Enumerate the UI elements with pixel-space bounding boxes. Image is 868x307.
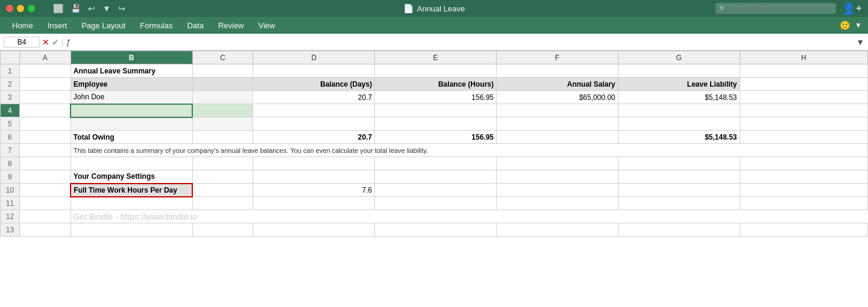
cell-b13[interactable] — [71, 223, 192, 237]
menu-formulas[interactable]: Formulas — [134, 19, 178, 32]
cell-e6[interactable]: 156.95 — [375, 131, 497, 144]
cell-h5[interactable] — [740, 117, 867, 131]
col-header-d[interactable]: D — [253, 51, 375, 64]
menu-page-layout[interactable]: Page Layout — [75, 19, 131, 32]
cell-e3[interactable]: 156.95 — [375, 91, 497, 104]
cell-g4[interactable] — [618, 104, 740, 117]
cell-h6[interactable] — [740, 131, 867, 144]
row-num-1[interactable]: 1 — [1, 64, 20, 78]
row-num-7[interactable]: 7 — [1, 144, 20, 157]
cell-h13[interactable] — [740, 223, 867, 237]
row-num-8[interactable]: 8 — [1, 157, 20, 170]
cell-d1[interactable] — [253, 64, 375, 78]
cell-a7[interactable] — [19, 144, 71, 157]
minimize-button[interactable] — [17, 5, 24, 12]
cell-f13[interactable] — [496, 223, 618, 237]
cell-b3[interactable]: John Doe — [71, 91, 192, 104]
cell-c1[interactable] — [192, 64, 253, 78]
col-header-g[interactable]: G — [618, 51, 740, 64]
cell-b8[interactable] — [71, 157, 192, 170]
cell-g1[interactable] — [618, 64, 740, 78]
add-person-button[interactable]: 👤+ — [842, 2, 862, 15]
cell-g11[interactable] — [618, 197, 740, 210]
col-header-a[interactable]: A — [19, 51, 71, 64]
menu-view[interactable]: View — [253, 19, 281, 32]
cell-c11[interactable] — [192, 197, 253, 210]
undo-icon[interactable]: ↩ — [88, 4, 95, 13]
undo-dropdown-icon[interactable]: ▼ — [102, 4, 111, 13]
cell-h11[interactable] — [740, 197, 867, 210]
cell-e4[interactable] — [375, 104, 497, 117]
cell-c8[interactable] — [192, 157, 253, 170]
menu-home[interactable]: Home — [6, 19, 39, 32]
row-num-10[interactable]: 10 — [1, 184, 20, 197]
cell-b10[interactable]: Full Time Work Hours Per Day — [71, 184, 192, 197]
cell-d11[interactable] — [253, 197, 375, 210]
cell-d10[interactable]: 7.6 — [253, 184, 375, 197]
emoji-icon[interactable]: 🙂 — [840, 20, 850, 30]
cell-g5[interactable] — [618, 117, 740, 131]
cell-e13[interactable] — [375, 223, 497, 237]
cell-e9[interactable] — [375, 170, 497, 184]
cell-g10[interactable] — [618, 184, 740, 197]
cell-f4[interactable] — [496, 104, 618, 117]
row-num-9[interactable]: 9 — [1, 170, 20, 184]
cell-d5[interactable] — [253, 117, 375, 131]
cell-c9[interactable] — [192, 170, 253, 184]
cell-g13[interactable] — [618, 223, 740, 237]
function-icon[interactable]: ƒ — [66, 37, 71, 47]
sidebar-icon[interactable]: ⬜ — [53, 4, 63, 13]
row-num-11[interactable]: 11 — [1, 197, 20, 210]
cell-b1[interactable]: Annual Leave Summary — [71, 64, 192, 78]
col-header-c[interactable]: C — [192, 51, 253, 64]
cell-g3[interactable]: $5,148.53 — [618, 91, 740, 104]
cell-h10[interactable] — [740, 184, 867, 197]
cell-b9[interactable]: Your Company Settings — [71, 170, 192, 184]
save-icon[interactable]: 💾 — [71, 4, 81, 13]
menu-insert[interactable]: Insert — [42, 19, 74, 32]
cell-a1[interactable] — [19, 64, 71, 78]
cell-a6[interactable] — [19, 131, 71, 144]
cell-h1[interactable] — [740, 64, 867, 78]
row-num-13[interactable]: 13 — [1, 223, 20, 237]
cell-h4[interactable] — [740, 104, 867, 117]
cell-c5[interactable] — [192, 117, 253, 131]
redo-icon[interactable]: ↪ — [118, 4, 125, 13]
cell-d3[interactable]: 20.7 — [253, 91, 375, 104]
cell-e11[interactable] — [375, 197, 497, 210]
row-num-5[interactable]: 5 — [1, 117, 20, 131]
cell-f9[interactable] — [496, 170, 618, 184]
col-header-b[interactable]: B — [71, 51, 192, 64]
cell-e10[interactable] — [375, 184, 497, 197]
cell-f10[interactable] — [496, 184, 618, 197]
cell-f2[interactable]: Annual Salary — [496, 78, 618, 91]
cell-d13[interactable] — [253, 223, 375, 237]
cell-a13[interactable] — [19, 223, 71, 237]
cell-h8[interactable] — [740, 157, 867, 170]
row-num-12[interactable]: 12 — [1, 210, 20, 223]
cell-e5[interactable] — [375, 117, 497, 131]
cell-a3[interactable] — [19, 91, 71, 104]
cell-g8[interactable] — [618, 157, 740, 170]
row-num-2[interactable]: 2 — [1, 78, 20, 91]
cell-f6[interactable] — [496, 131, 618, 144]
cell-a9[interactable] — [19, 170, 71, 184]
cell-g9[interactable] — [618, 170, 740, 184]
cell-e1[interactable] — [375, 64, 497, 78]
col-header-f[interactable]: F — [496, 51, 618, 64]
cell-d6[interactable]: 20.7 — [253, 131, 375, 144]
cell-c2[interactable] — [192, 78, 253, 91]
cell-b2[interactable]: Employee — [71, 78, 192, 91]
cell-d9[interactable] — [253, 170, 375, 184]
col-header-h[interactable]: H — [740, 51, 867, 64]
cell-a5[interactable] — [19, 117, 71, 131]
cell-c13[interactable] — [192, 223, 253, 237]
cell-f3[interactable]: $65,000.00 — [496, 91, 618, 104]
cell-a4[interactable] — [19, 104, 71, 117]
cancel-formula-button[interactable]: ✕ — [42, 37, 49, 47]
cell-c4[interactable] — [192, 104, 253, 117]
formula-input[interactable] — [73, 38, 854, 46]
cell-a2[interactable] — [19, 78, 71, 91]
cell-f11[interactable] — [496, 197, 618, 210]
cell-g6[interactable]: $5,148.53 — [618, 131, 740, 144]
